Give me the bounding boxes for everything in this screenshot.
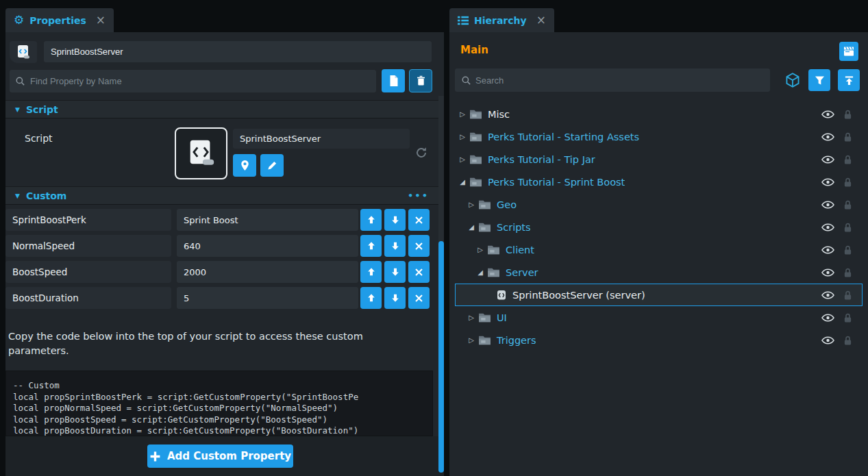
visibility-eye-icon[interactable] [821, 133, 834, 141]
move-up-button[interactable] [360, 287, 382, 309]
visibility-eye-icon[interactable] [821, 336, 834, 345]
hierarchy-tree-row[interactable]: ▷ Misc [455, 103, 863, 125]
edit-script-button[interactable] [260, 154, 284, 177]
lock-icon[interactable] [843, 154, 852, 165]
properties-bottom-bar: Add Custom Property [5, 436, 444, 476]
expander-icon[interactable]: ◢ [475, 268, 486, 276]
move-down-button[interactable] [384, 287, 406, 309]
move-up-button[interactable] [360, 261, 382, 283]
hierarchy-tree-row[interactable]: ◢ Perks Tutorial - Sprint Boost [455, 171, 863, 193]
script-section-header[interactable]: ▼ Script [5, 100, 438, 118]
scene-settings-button[interactable] [839, 42, 858, 61]
move-down-button[interactable] [384, 235, 406, 257]
expander-icon[interactable]: ▷ [457, 110, 468, 118]
lock-icon[interactable] [843, 335, 852, 346]
expander-icon[interactable]: ▷ [457, 155, 468, 163]
code-block[interactable]: -- Custom local propSprintBoostPerk = sc… [5, 371, 433, 436]
move-to-top-button[interactable] [838, 69, 860, 91]
hierarchy-tab[interactable]: Hierarchy × [449, 8, 554, 32]
script-asset-slot[interactable] [175, 127, 227, 179]
visibility-eye-icon[interactable] [821, 314, 834, 322]
hierarchy-tree-row[interactable]: ▷ Client [455, 238, 863, 261]
visibility-eye-icon[interactable] [821, 178, 834, 186]
property-search-input[interactable] [10, 70, 376, 92]
expander-icon[interactable]: ◢ [457, 178, 468, 186]
custom-section-header[interactable]: ▼ Custom ••• [5, 186, 438, 205]
lock-icon[interactable] [843, 222, 852, 233]
visibility-eye-icon[interactable] [821, 246, 834, 254]
property-name-field[interactable]: NormalSpeed [5, 235, 171, 257]
property-name-field[interactable]: BoostDuration [5, 287, 171, 309]
hierarchy-tree: ▷ Misc ▷ [455, 103, 863, 351]
scrollbar-thumb[interactable] [438, 241, 444, 473]
remove-property-button[interactable] [408, 261, 430, 283]
lock-icon[interactable] [843, 267, 852, 278]
hierarchy-tree-row[interactable]: ▷ Perks Tutorial - Starting Assets [455, 125, 863, 148]
properties-scrollbar[interactable] [438, 96, 444, 436]
remove-property-button[interactable] [408, 209, 430, 231]
visibility-eye-icon[interactable] [821, 268, 834, 277]
lock-icon[interactable] [843, 290, 852, 301]
collapse-arrow-icon[interactable]: ▼ [15, 192, 20, 199]
close-icon[interactable]: × [96, 14, 106, 26]
hierarchy-tree-row[interactable]: ◢ Server [455, 261, 863, 284]
property-name-field[interactable]: SprintBoostPerk [5, 209, 171, 231]
lock-icon[interactable] [843, 131, 852, 142]
visibility-eye-icon[interactable] [821, 223, 834, 231]
tree-item-label: Client [506, 245, 534, 255]
hierarchy-tree-row[interactable]: ▷ UI [455, 306, 863, 329]
lock-icon[interactable] [843, 312, 852, 323]
document-icon [388, 75, 399, 86]
move-up-button[interactable] [360, 209, 382, 231]
remove-property-button[interactable] [408, 235, 430, 257]
hierarchy-tree-row[interactable]: ▷ Triggers [455, 329, 863, 351]
property-value-field[interactable]: 5 [177, 287, 358, 309]
reset-icon[interactable] [414, 146, 428, 160]
folder-icon [487, 267, 500, 277]
hierarchy-tree-row[interactable]: ▷ Geo [455, 193, 863, 216]
remove-property-button[interactable] [408, 287, 430, 309]
move-down-button[interactable] [384, 209, 406, 231]
properties-tab[interactable]: ⚙ Properties × [5, 8, 114, 32]
script-field-label: Script [25, 133, 53, 144]
collapse-arrow-icon[interactable]: ▼ [15, 106, 20, 113]
move-up-button[interactable] [360, 235, 382, 257]
filter-button[interactable] [808, 69, 830, 91]
copy-properties-button[interactable] [382, 69, 405, 92]
expander-icon[interactable]: ◢ [466, 223, 477, 231]
lock-icon[interactable] [843, 177, 852, 188]
ellipsis-menu-icon[interactable]: ••• [408, 190, 429, 201]
script-name-field[interactable]: SprintBoostServer [233, 129, 410, 149]
lock-icon[interactable] [843, 109, 852, 120]
visibility-eye-icon[interactable] [821, 155, 834, 164]
cube-icon[interactable] [785, 73, 800, 90]
visibility-eye-icon[interactable] [821, 201, 834, 209]
folder-icon [478, 335, 491, 345]
scene-root-label[interactable]: Main [460, 44, 488, 56]
property-value-field[interactable]: 2000 [177, 261, 358, 283]
folder-icon [478, 312, 491, 323]
expander-icon[interactable]: ▷ [466, 314, 477, 321]
expander-icon[interactable]: ▷ [466, 201, 477, 208]
move-down-button[interactable] [384, 261, 406, 283]
lock-icon[interactable] [843, 199, 852, 210]
visibility-eye-icon[interactable] [821, 110, 834, 118]
expander-icon[interactable]: ▷ [466, 336, 477, 344]
lock-icon[interactable] [843, 245, 852, 255]
hierarchy-tree-row[interactable]: ◢ Scripts [455, 216, 863, 238]
add-custom-property-button[interactable]: Add Custom Property [147, 444, 293, 468]
expander-icon[interactable]: ▷ [457, 133, 468, 140]
property-value-field[interactable]: 640 [177, 235, 358, 257]
delete-button[interactable] [409, 69, 432, 92]
property-name-field[interactable]: BoostSpeed [5, 261, 171, 283]
clapperboard-icon [843, 46, 854, 57]
visibility-eye-icon[interactable] [821, 291, 834, 299]
close-icon[interactable]: × [536, 14, 546, 26]
property-value-field[interactable]: Sprint Boost [177, 209, 358, 231]
hierarchy-tree-row[interactable]: SprintBoostServer (server) [455, 284, 863, 306]
object-name-input[interactable] [44, 41, 432, 62]
find-in-project-button[interactable] [233, 154, 256, 177]
expander-icon[interactable]: ▷ [475, 246, 486, 253]
hierarchy-tree-row[interactable]: ▷ Perks Tutorial - Tip Jar [455, 148, 863, 171]
hierarchy-search-input[interactable] [455, 68, 770, 92]
